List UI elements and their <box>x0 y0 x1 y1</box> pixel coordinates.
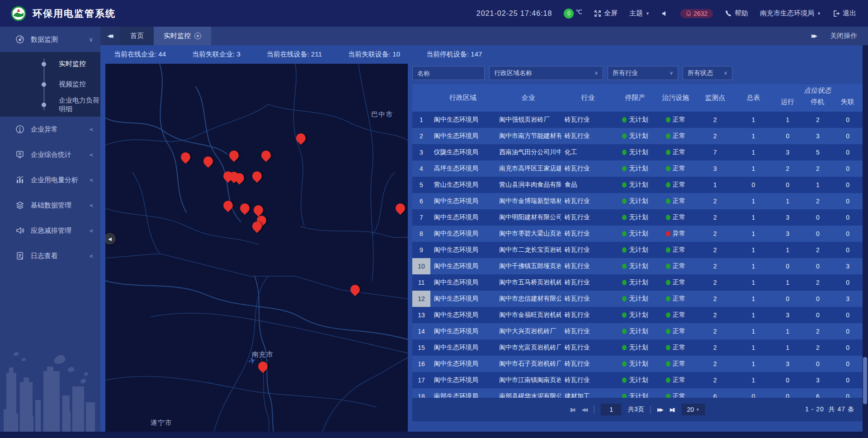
prev-page-button[interactable]: ◀◀ <box>581 407 588 413</box>
last-page-button[interactable]: ▶▮ <box>670 407 675 413</box>
tab-0[interactable]: 首页 <box>120 27 154 45</box>
alert-icon <box>15 125 24 134</box>
column-header-run: 运行 <box>773 97 802 112</box>
close-operations-button[interactable]: 关闭操作 <box>830 32 857 40</box>
sidebar-item-label: 基础数据管理 <box>31 201 90 210</box>
cell-region: 营山生态环境局 <box>430 177 495 193</box>
user-org-dropdown[interactable]: 南充市生态环境局 ▼ <box>760 9 821 18</box>
cell-facility: 正常 <box>656 128 696 144</box>
sidebar-subitem-1[interactable]: 视频监控 <box>0 74 100 94</box>
status-text: 无计划 <box>629 360 648 368</box>
table-row[interactable]: 3仪陇生态环境局西南油气田分公司川中化工无计划正常71350 <box>412 144 863 160</box>
collapse-tabs-button[interactable]: ◀◀ <box>100 27 120 45</box>
table-row[interactable]: 16阆中生态环境局阆中市石子页岩机砖厂砖瓦行业无计划正常21300 <box>412 356 863 372</box>
industry-select[interactable]: 所有行业 ∨ <box>608 66 678 80</box>
chevron-left-icon: < <box>90 151 93 158</box>
cell-num: 13 <box>412 307 430 323</box>
sidebar-item-label: 企业综合统计 <box>31 151 90 159</box>
table-row[interactable]: 18南部生态环境局南部县砚华水泥有限公建材加工无计划正常60060 <box>412 388 863 398</box>
bullet-dot-icon <box>42 82 46 87</box>
table-row[interactable]: 1阆中生态环境局阆中强锐页岩砖厂砖瓦行业无计划正常21120 <box>412 112 863 128</box>
table-row[interactable]: 11阆中生态环境局阆中市五马桥页岩机砖砖瓦行业无计划正常21120 <box>412 274 863 291</box>
sidebar-item-1[interactable]: 企业异常< <box>0 117 100 142</box>
status-dot-icon <box>666 247 670 253</box>
status-select[interactable]: 所有状态 ∨ <box>683 66 732 80</box>
tab-1[interactable]: 实时监控✕ <box>154 27 211 45</box>
theme-dropdown[interactable]: 主题 ▼ <box>629 9 650 18</box>
tab-close-icon[interactable]: ✕ <box>194 33 201 39</box>
status-dot-icon <box>622 231 627 236</box>
status-dot-icon <box>666 264 670 269</box>
table-row[interactable]: 4高坪生态环境局南充市高坪区王家店建砖瓦行业无计划正常31220 <box>412 160 863 177</box>
cell-company: 阆中市石子页岩机砖厂 <box>495 356 561 372</box>
sidebar-subitem-2[interactable]: 企业电力负荷明细 <box>0 94 100 115</box>
next-page-button[interactable]: ▶▶ <box>657 407 664 413</box>
sidebar-item-0[interactable]: 数据监测∨ <box>0 27 100 52</box>
page-scrollbar-thumb[interactable] <box>863 357 867 404</box>
status-text: 正常 <box>673 278 685 287</box>
chevron-left-icon: < <box>90 253 93 259</box>
table-row[interactable]: 6阆中生态环境局阆中市金博瑞新型墙材砖瓦行业无计划正常21120 <box>412 193 863 209</box>
status-text: 无计划 <box>629 132 648 140</box>
page-number-input[interactable] <box>601 404 622 415</box>
table-row[interactable]: 15阆中生态环境局阆中市光富页岩机砖厂砖瓦行业无计划正常21120 <box>412 339 863 356</box>
table-row[interactable]: 9阆中生态环境局阆中市二龙长宝页岩砖砖瓦行业无计划正常21120 <box>412 242 863 258</box>
cell-points: 7 <box>696 144 734 160</box>
cell-facility: 正常 <box>656 274 696 291</box>
page-size-select[interactable]: 20 ▼ <box>681 404 705 415</box>
cell-industry: 砖瓦行业 <box>561 160 615 177</box>
cell-facility: 正常 <box>656 291 696 307</box>
megaphone-icon <box>15 226 24 235</box>
status-dot-icon <box>666 280 670 285</box>
cell-run: 1 <box>773 274 803 291</box>
cell-region: 阆中生态环境局 <box>430 128 495 144</box>
table-row[interactable]: 5营山生态环境局营山县润丰肉食品有限食品无计划正常10010 <box>412 177 863 193</box>
table-row[interactable]: 12阆中生态环境局阆中市忠信建材有限公砖瓦行业无计划正常21003 <box>412 291 863 307</box>
column-header-lost: 失联 <box>833 97 863 112</box>
table-row[interactable]: 13阆中生态环境局阆中市金福旺页岩机砖砖瓦行业无计划正常21300 <box>412 307 863 323</box>
cell-stop: 0 <box>802 258 833 274</box>
name-search-input[interactable] <box>412 66 485 80</box>
notification-badge[interactable]: 2632 <box>680 9 713 18</box>
table-row[interactable]: 2阆中生态环境局阆中市南方节能建材有砖瓦行业无计划正常21030 <box>412 128 863 144</box>
first-page-button[interactable]: ▮◀ <box>570 407 576 413</box>
status-dot-icon <box>666 361 670 367</box>
cell-run: 2 <box>773 160 803 177</box>
cell-meter: 1 <box>734 193 773 209</box>
sidebar-item-2[interactable]: 企业综合统计< <box>0 142 100 167</box>
sidebar-item-5[interactable]: 应急减排管理< <box>0 218 100 243</box>
table-row[interactable]: 10阆中生态环境局阆中千佛镇五郎垭页岩砖瓦行业无计划正常21003 <box>412 258 863 274</box>
fullscreen-button[interactable]: 全屏 <box>594 9 618 18</box>
sidebar-item-label: 数据监测 <box>31 35 89 44</box>
table-row[interactable]: 17阆中生态环境局阆中市江南镇阆南页岩砖瓦行业无计划正常21030 <box>412 372 863 388</box>
scroll-tabs-right-button[interactable]: ▶▶ <box>811 33 817 39</box>
sidebar-item-6[interactable]: 日志查看< <box>0 243 100 268</box>
map-panel[interactable]: 巴中市南充市遂宁市 ✈ ◀ <box>105 64 408 432</box>
cell-stop: 0 <box>802 209 833 226</box>
main-content: 当前在线企业: 44当前失联企业: 3当前在线设备: 211当前失联设备: 10… <box>100 45 868 432</box>
cell-run: 1 <box>773 339 803 356</box>
cell-meter: 1 <box>734 274 773 291</box>
help-button[interactable]: 帮助 <box>725 9 748 18</box>
table-row[interactable]: 14阆中生态环境局阆中大兴页岩机砖厂砖瓦行业无计划正常21120 <box>412 323 863 339</box>
cell-region: 高坪生态环境局 <box>430 160 495 177</box>
table-row[interactable]: 7阆中生态环境局阆中明阳建材有限公司砖瓦行业无计划正常21300 <box>412 209 863 226</box>
region-select[interactable]: 行政区域名称 ∨ <box>489 66 603 80</box>
log-icon <box>15 251 24 260</box>
logout-button[interactable]: 退出 <box>833 9 856 18</box>
column-header-industry: 行业 <box>561 84 615 112</box>
sidebar-item-3[interactable]: 企业用电量分析< <box>0 167 100 193</box>
cell-company: 阆中市枣碧大梁山页岩 <box>495 226 561 242</box>
status-dot-icon <box>622 117 627 122</box>
cell-facility: 正常 <box>656 307 696 323</box>
cell-meter: 1 <box>734 144 773 160</box>
sidebar-subitem-0[interactable]: 实时监控 <box>0 54 100 74</box>
cell-facility: 正常 <box>656 242 696 258</box>
chevron-down-icon: ∨ <box>663 70 673 76</box>
sidebar-item-4[interactable]: 基础数据管理< <box>0 193 100 218</box>
status-dot-icon <box>622 329 627 334</box>
table-row[interactable]: 8阆中生态环境局阆中市枣碧大梁山页岩砖瓦行业无计划异常21300 <box>412 226 863 242</box>
audio-mute-icon[interactable] <box>661 10 669 17</box>
app-logo-icon <box>11 6 26 21</box>
status-dot-icon <box>666 150 670 155</box>
